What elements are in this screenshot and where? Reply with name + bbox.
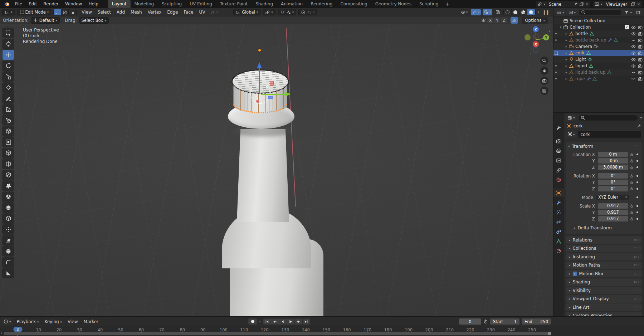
tool-cursor[interactable] [3, 39, 14, 49]
mesh-data-icon[interactable] [586, 50, 591, 55]
value-field[interactable]: 3.0088 m [598, 165, 629, 170]
tool-rip-region[interactable] [3, 257, 14, 267]
mesh-data-icon[interactable] [589, 31, 594, 36]
outliner-row-liquid-back-up[interactable]: ▸liquid back up [553, 69, 644, 76]
eye-open-icon[interactable] [631, 44, 636, 49]
nav-axis-y-neg[interactable] [525, 34, 531, 40]
panel-grip-icon[interactable]: ∷∷ [634, 263, 639, 267]
xray-toggle[interactable] [494, 9, 502, 15]
topbar-menu-render[interactable]: Render [40, 0, 62, 8]
animate-dot[interactable] [635, 218, 640, 220]
disclosure-icon[interactable]: ▸ [564, 38, 569, 42]
viewport-canvas[interactable]: User Perspective (0) cork Rendering Done [0, 24, 553, 316]
outliner-row-rope[interactable]: ▸rope [553, 76, 644, 82]
tool-shrink-fatten[interactable] [3, 224, 14, 234]
value-field[interactable]: 0.917 [598, 203, 629, 209]
panel-grip-icon[interactable]: ∷∷ [634, 306, 639, 309]
render-visibility-icon[interactable] [638, 70, 643, 75]
value-field[interactable]: 0° [598, 173, 629, 179]
show-gizmo-dropdown[interactable]: ▾ [459, 9, 469, 15]
workspace-tab-shading[interactable]: Shading [252, 0, 277, 8]
proportional-editing-controls[interactable]: ▾ [298, 9, 317, 15]
gizmo-z-arrowhead[interactable] [257, 62, 262, 68]
camera-data-icon[interactable] [594, 44, 599, 49]
lock-icon[interactable] [628, 159, 635, 163]
region-expand-arrow[interactable]: › [1, 331, 2, 335]
gizmo-z-axis[interactable] [259, 68, 260, 94]
lock-icon[interactable] [628, 204, 635, 208]
render-visibility-icon[interactable] [638, 57, 643, 62]
render-visibility-icon[interactable] [638, 64, 643, 68]
animate-dot[interactable] [635, 205, 640, 207]
outliner-item-label[interactable]: bottle back up [574, 38, 607, 43]
pivot-point-dropdown[interactable]: ▾ [263, 9, 275, 15]
outliner-row-light[interactable]: ▸Light [553, 56, 644, 63]
pin-icon[interactable] [573, 2, 578, 6]
eye-closed-icon[interactable] [631, 38, 636, 43]
outliner-row-liquid[interactable]: ▸liquid [553, 63, 644, 69]
tool-to-sphere[interactable] [3, 246, 14, 256]
workspace-tab-rendering[interactable]: Rendering [307, 0, 336, 8]
workspace-tab-scripting[interactable]: Scripting [415, 0, 442, 8]
outliner-item-label[interactable]: Camera [574, 44, 593, 49]
modifier-wrench-icon[interactable] [608, 38, 613, 43]
collection-checkbox[interactable]: ✓ [625, 25, 629, 29]
disclosure-icon[interactable]: ▸ [564, 32, 569, 35]
correct-face-attributes-toggle[interactable] [511, 17, 518, 24]
render-visibility-icon[interactable] [638, 38, 643, 43]
region-collapse-arrow[interactable]: ‹ [549, 29, 551, 34]
animate-dot[interactable] [635, 166, 640, 168]
animate-dot[interactable] [635, 160, 640, 162]
properties-tab-modifiers[interactable] [553, 198, 564, 207]
orientation-default-dropdown[interactable]: Default ▾ [31, 17, 60, 24]
properties-tab-render[interactable] [553, 137, 564, 145]
eye-open-icon[interactable] [631, 51, 636, 55]
tool-select-box[interactable] [3, 28, 14, 38]
tool-measure[interactable] [3, 104, 14, 115]
panel-grip-icon[interactable]: ∷∷ [634, 272, 639, 276]
outliner-display-mode[interactable]: ▾ [555, 9, 566, 16]
viewport-menu-vertex[interactable]: Vertex [145, 8, 165, 16]
shading-dropdown-icon[interactable]: ▾ [537, 10, 539, 14]
lock-icon[interactable] [628, 180, 635, 184]
panel-grip-icon[interactable]: ∷∷ [635, 145, 640, 148]
outliner-row-bottle-back-up[interactable]: ▸bottle back up [553, 37, 644, 43]
editor-type-button[interactable]: ▾ [2, 9, 15, 15]
animate-dot[interactable] [635, 188, 640, 190]
start-frame-field[interactable]: Start 1 [490, 318, 519, 325]
delta-transform-panel[interactable]: ▸ Delta Transform [574, 224, 640, 231]
properties-options-icon[interactable]: ▾ [640, 116, 642, 120]
ortho-toggle-button[interactable] [540, 87, 548, 95]
outliner-search-input[interactable] [579, 9, 621, 15]
copy-viewlayer-icon[interactable] [631, 2, 635, 6]
properties-tab-constraints[interactable] [553, 227, 564, 236]
panel-grip-icon[interactable]: ∷∷ [634, 297, 639, 301]
rotation-mode-dropdown[interactable]: XYZ Euler▾ [596, 195, 629, 200]
mesh-icon[interactable] [569, 38, 574, 43]
mesh-icon[interactable] [569, 31, 574, 36]
tool-transform[interactable] [3, 83, 14, 93]
gizmo-y-axis[interactable] [261, 94, 286, 95]
panel-visibility[interactable]: ▸Visibility ∷∷ [566, 287, 642, 294]
light-data-icon[interactable] [587, 57, 592, 62]
shading-rendered-button[interactable] [527, 9, 535, 15]
viewport-menu-edge[interactable]: Edge [164, 8, 181, 16]
tool-add-cube[interactable] [3, 115, 14, 125]
tool-shear[interactable] [3, 235, 14, 245]
vertex-select-button[interactable] [54, 9, 61, 15]
properties-tab-particles[interactable] [553, 208, 564, 216]
keying-dropdown-icon[interactable]: ▾ [259, 320, 261, 323]
tool-knife[interactable] [3, 170, 14, 180]
topbar-menu-help[interactable]: Help [85, 0, 101, 8]
auto-keying-button[interactable] [248, 318, 257, 325]
timeline-menu-marker[interactable]: Marker [81, 319, 101, 324]
panel-shading[interactable]: ▸Shading ∷∷ [566, 278, 642, 286]
panel-line-art[interactable]: ▸Line Art ∷∷ [566, 303, 642, 311]
pan-button[interactable] [540, 67, 548, 75]
tool-edge-slide[interactable] [3, 214, 14, 224]
panel-viewport-display[interactable]: ▸Viewport Display ∷∷ [566, 295, 642, 303]
outliner-filter-button[interactable]: ▾ [623, 9, 633, 16]
scrollbar-handle[interactable] [548, 332, 551, 335]
outliner-item-label[interactable]: Collection [569, 25, 592, 30]
properties-tab-material[interactable] [553, 247, 564, 255]
